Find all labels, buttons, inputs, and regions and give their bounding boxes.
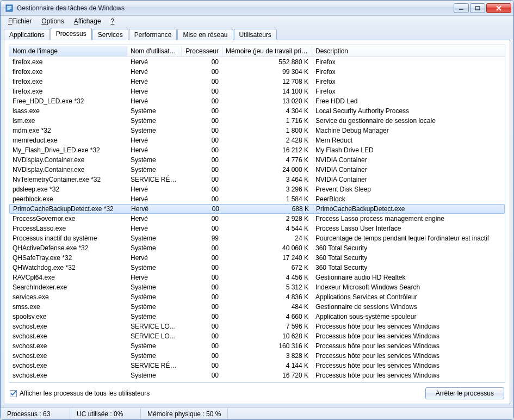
cell-description: Processus hôte pour les services Windows [312,351,505,361]
bottom-bar: Afficher les processus de tous les utili… [4,385,510,404]
end-process-button[interactable]: Arrêter le processus [425,387,504,399]
table-row[interactable]: pdsleep.exe *32Hervé003 296 KPrevent Dis… [9,184,505,194]
column-header-user[interactable]: Nom d'utilisateur [127,46,182,56]
cell-memory: 4 144 K [222,361,312,370]
cell-memory: 13 020 K [222,96,312,106]
table-row[interactable]: ProcessGovernor.exeHervé002 928 KProcess… [9,214,505,224]
titlebar[interactable]: Gestionnaire des tâches de Windows [1,1,513,16]
tab-applications[interactable]: Applications [4,29,50,40]
tab-services[interactable]: Services [92,29,128,40]
table-row[interactable]: PrimoCacheBackupDetect.exe *32Hervé00688… [9,204,505,214]
table-row[interactable]: svchost.exeSERVICE LOCAL0010 628 KProces… [9,331,505,341]
menu-help[interactable]: ? [107,17,119,26]
cell-memory: 688 K [223,204,313,214]
close-button[interactable] [486,3,511,13]
table-row[interactable]: svchost.exeSERVICE RÉSEAU004 144 KProces… [9,361,505,370]
table-row[interactable]: firefox.exeHervé0099 304 KFirefox [9,67,505,77]
menu-options[interactable]: Options [37,17,68,26]
cell-cpu: 00 [182,243,222,253]
cell-user: Système [127,106,182,116]
cell-cpu: 00 [182,224,222,233]
svg-rect-1 [7,6,11,8]
show-all-users-checkbox[interactable]: Afficher les processus de tous les utili… [10,390,420,397]
table-row[interactable]: NVDisplay.Container.exeSystème0024 000 K… [9,165,505,175]
status-cpu-usage: UC utilisée : 0% [70,408,141,419]
cell-cpu: 00 [182,351,222,361]
cell-memory: 2 808 K [222,380,312,382]
cell-image: QHSafeTray.exe *32 [9,253,127,263]
column-header-cpu[interactable]: Processeur [182,46,222,56]
cell-user: Système [127,302,182,312]
cell-user: Système [127,351,182,361]
cell-image: svchost.exe [9,361,127,370]
cell-description: NVIDIA Container [312,155,505,165]
cell-description: Machine Debug Manager [312,126,505,135]
cell-memory: 672 K [222,263,312,273]
table-row[interactable]: svchost.exeSystème00160 316 KProcessus h… [9,341,505,351]
table-row[interactable]: Processus inactif du systèmeSystème9924 … [9,233,505,243]
cell-memory: 14 100 K [222,87,312,96]
table-row[interactable]: lsm.exeSystème001 716 KService du gestio… [9,116,505,126]
column-header-description[interactable]: Description [312,46,505,56]
minimize-button[interactable] [454,3,469,13]
svg-rect-3 [7,9,10,10]
cell-memory: 1 584 K [222,194,312,204]
cell-user: Hervé [127,145,182,155]
cell-image: RAVCpl64.exe [9,273,127,282]
table-row[interactable]: services.exeSystème004 836 KApplications… [9,292,505,302]
table-row[interactable]: SearchIndexer.exeSystème005 312 KIndexeu… [9,282,505,292]
table-row[interactable]: QHSafeTray.exe *32Hervé0017 240 K360 Tot… [9,253,505,263]
cell-memory: 484 K [222,302,312,312]
table-row[interactable]: firefox.exeHervé0014 100 KFirefox [9,87,505,96]
table-row[interactable]: spoolsv.exeSystème004 660 KApplication s… [9,312,505,322]
cell-cpu: 00 [182,194,222,204]
tab-users[interactable]: Utilisateurs [234,29,277,40]
cell-user: Hervé [127,214,182,224]
cell-description: Processus hôte pour les services Windows [312,331,505,341]
table-row[interactable]: Free_HDD_LED.exe *32Hervé0013 020 KFree … [9,96,505,106]
window-title: Gestionnaire des tâches de Windows [17,4,453,12]
table-row[interactable]: QHWatchdog.exe *32Système00672 K360 Tota… [9,263,505,273]
table-row[interactable]: lsass.exeSystème004 304 KLocal Security … [9,106,505,116]
table-row[interactable]: My_Flash_Drive_LED.exe *32Hervé0016 212 … [9,145,505,155]
list-body[interactable]: firefox.exeHervé00552 880 KFirefoxfirefo… [9,57,505,382]
table-row[interactable]: svchost.exeSystème003 828 KProcessus hôt… [9,351,505,361]
cell-user: Hervé [127,87,182,96]
menu-file[interactable]: FFichier [4,17,36,26]
table-row[interactable]: svchost.exeSERVICE LOCAL007 596 KProcess… [9,322,505,331]
column-header-image[interactable]: Nom de l'image [9,46,127,56]
tab-processes[interactable]: Processus [51,28,92,40]
table-row[interactable]: memreduct.exeHervé002 428 KMem Reduct [9,135,505,145]
cell-memory: 2 428 K [222,135,312,145]
column-header-memory[interactable]: Mémoire (jeu de travail privé) [222,46,312,56]
table-row[interactable]: ProcessLasso.exeHervé004 544 KProcess La… [9,224,505,233]
table-row[interactable]: NVDisplay.Container.exeSystème004 776 KN… [9,155,505,165]
cell-cpu: 00 [182,361,222,370]
status-process-count: Processus : 63 [1,408,70,419]
menu-view[interactable]: Affichage [70,17,106,26]
maximize-button[interactable] [470,3,485,13]
table-row[interactable]: svchost.exeSystème002 808 KProcessus hôt… [9,380,505,382]
cell-image: peerblock.exe [9,194,127,204]
cell-image: spoolsv.exe [9,312,127,322]
table-row[interactable]: firefox.exeHervé00552 880 KFirefox [9,57,505,67]
cell-cpu: 00 [182,96,222,106]
table-row[interactable]: smss.exeSystème00484 KGestionnaire de se… [9,302,505,312]
cell-user: Hervé [127,253,182,263]
table-row[interactable]: QHActiveDefense.exe *32Système0040 060 K… [9,243,505,253]
table-row[interactable]: firefox.exeHervé0012 708 KFirefox [9,77,505,87]
cell-cpu: 00 [182,165,222,175]
tab-network[interactable]: Mise en réseau [177,29,233,40]
cell-description: 360 Total Security [312,263,505,273]
tab-performance[interactable]: Performance [129,29,177,40]
table-row[interactable]: RAVCpl64.exeHervé004 456 KGestionnaire a… [9,273,505,282]
list-header: Nom de l'image Nom d'utilisateur Process… [9,45,505,57]
cell-description: Processus hôte pour les services Windows [312,380,505,382]
table-row[interactable]: svchost.exeSystème0016 720 KProcessus hô… [9,370,505,380]
cell-description: Processus hôte pour les services Windows [312,322,505,331]
show-all-users-label: Afficher les processus de tous les utili… [20,390,150,397]
table-row[interactable]: peerblock.exeHervé001 584 KPeerBlock [9,194,505,204]
cell-image: memreduct.exe [9,135,127,145]
table-row[interactable]: mdm.exe *32Système001 800 KMachine Debug… [9,126,505,135]
table-row[interactable]: NvTelemetryContainer.exe *32SERVICE RÉSE… [9,175,505,184]
